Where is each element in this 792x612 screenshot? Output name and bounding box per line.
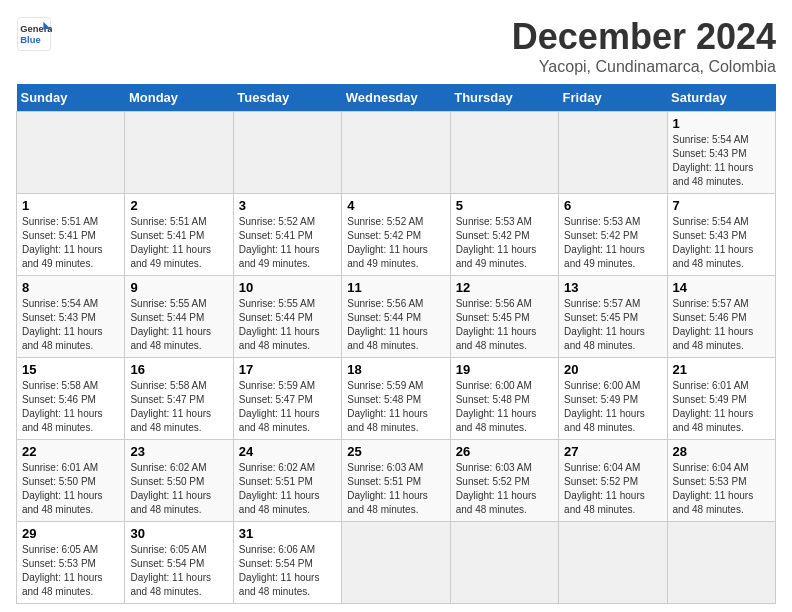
column-header-sunday: Sunday — [17, 84, 125, 112]
day-number: 15 — [22, 362, 119, 377]
calendar-cell: 22Sunrise: 6:01 AMSunset: 5:50 PMDayligh… — [17, 440, 125, 522]
calendar-cell: 12Sunrise: 5:56 AMSunset: 5:45 PMDayligh… — [450, 276, 558, 358]
day-info: Sunrise: 6:01 AMSunset: 5:50 PMDaylight:… — [22, 461, 119, 517]
day-number: 30 — [130, 526, 227, 541]
calendar-cell — [667, 522, 775, 604]
calendar-cell: 29Sunrise: 6:05 AMSunset: 5:53 PMDayligh… — [17, 522, 125, 604]
calendar-cell: 10Sunrise: 5:55 AMSunset: 5:44 PMDayligh… — [233, 276, 341, 358]
day-info: Sunrise: 5:54 AMSunset: 5:43 PMDaylight:… — [673, 133, 770, 189]
calendar-cell: 9Sunrise: 5:55 AMSunset: 5:44 PMDaylight… — [125, 276, 233, 358]
calendar-cell: 1Sunrise: 5:51 AMSunset: 5:41 PMDaylight… — [17, 194, 125, 276]
day-number: 3 — [239, 198, 336, 213]
day-number: 20 — [564, 362, 661, 377]
day-number: 6 — [564, 198, 661, 213]
day-number: 18 — [347, 362, 444, 377]
day-number: 14 — [673, 280, 770, 295]
day-info: Sunrise: 5:55 AMSunset: 5:44 PMDaylight:… — [130, 297, 227, 353]
day-number: 9 — [130, 280, 227, 295]
day-info: Sunrise: 5:57 AMSunset: 5:45 PMDaylight:… — [564, 297, 661, 353]
day-number: 1 — [673, 116, 770, 131]
calendar-cell — [125, 112, 233, 194]
calendar-cell — [559, 522, 667, 604]
day-info: Sunrise: 5:52 AMSunset: 5:41 PMDaylight:… — [239, 215, 336, 271]
day-number: 17 — [239, 362, 336, 377]
day-info: Sunrise: 5:56 AMSunset: 5:44 PMDaylight:… — [347, 297, 444, 353]
calendar-cell — [342, 112, 450, 194]
day-info: Sunrise: 5:53 AMSunset: 5:42 PMDaylight:… — [564, 215, 661, 271]
calendar-week-row: 1Sunrise: 5:51 AMSunset: 5:41 PMDaylight… — [17, 194, 776, 276]
day-number: 13 — [564, 280, 661, 295]
day-info: Sunrise: 6:01 AMSunset: 5:49 PMDaylight:… — [673, 379, 770, 435]
day-info: Sunrise: 6:06 AMSunset: 5:54 PMDaylight:… — [239, 543, 336, 599]
day-number: 10 — [239, 280, 336, 295]
column-header-saturday: Saturday — [667, 84, 775, 112]
calendar-week-row: 15Sunrise: 5:58 AMSunset: 5:46 PMDayligh… — [17, 358, 776, 440]
day-number: 22 — [22, 444, 119, 459]
day-info: Sunrise: 5:57 AMSunset: 5:46 PMDaylight:… — [673, 297, 770, 353]
calendar-week-row: 8Sunrise: 5:54 AMSunset: 5:43 PMDaylight… — [17, 276, 776, 358]
day-number: 28 — [673, 444, 770, 459]
column-header-monday: Monday — [125, 84, 233, 112]
day-info: Sunrise: 5:58 AMSunset: 5:46 PMDaylight:… — [22, 379, 119, 435]
svg-rect-0 — [17, 17, 50, 50]
calendar-cell: 7Sunrise: 5:54 AMSunset: 5:43 PMDaylight… — [667, 194, 775, 276]
svg-text:Blue: Blue — [20, 35, 40, 45]
calendar-cell: 27Sunrise: 6:04 AMSunset: 5:52 PMDayligh… — [559, 440, 667, 522]
day-number: 7 — [673, 198, 770, 213]
day-number: 16 — [130, 362, 227, 377]
calendar-cell: 11Sunrise: 5:56 AMSunset: 5:44 PMDayligh… — [342, 276, 450, 358]
day-number: 2 — [130, 198, 227, 213]
calendar-cell: 28Sunrise: 6:04 AMSunset: 5:53 PMDayligh… — [667, 440, 775, 522]
day-number: 31 — [239, 526, 336, 541]
logo-icon: General Blue — [16, 16, 52, 52]
calendar-cell — [17, 112, 125, 194]
calendar-cell: 18Sunrise: 5:59 AMSunset: 5:48 PMDayligh… — [342, 358, 450, 440]
day-info: Sunrise: 5:55 AMSunset: 5:44 PMDaylight:… — [239, 297, 336, 353]
day-number: 24 — [239, 444, 336, 459]
day-number: 26 — [456, 444, 553, 459]
calendar-cell: 25Sunrise: 6:03 AMSunset: 5:51 PMDayligh… — [342, 440, 450, 522]
day-number: 12 — [456, 280, 553, 295]
calendar-cell: 5Sunrise: 5:53 AMSunset: 5:42 PMDaylight… — [450, 194, 558, 276]
calendar-cell: 20Sunrise: 6:00 AMSunset: 5:49 PMDayligh… — [559, 358, 667, 440]
page-header: General Blue December 2024 Yacopi, Cundi… — [16, 16, 776, 76]
calendar-cell: 4Sunrise: 5:52 AMSunset: 5:42 PMDaylight… — [342, 194, 450, 276]
day-info: Sunrise: 6:00 AMSunset: 5:49 PMDaylight:… — [564, 379, 661, 435]
calendar-cell: 16Sunrise: 5:58 AMSunset: 5:47 PMDayligh… — [125, 358, 233, 440]
calendar-week-row: 29Sunrise: 6:05 AMSunset: 5:53 PMDayligh… — [17, 522, 776, 604]
calendar-cell: 23Sunrise: 6:02 AMSunset: 5:50 PMDayligh… — [125, 440, 233, 522]
title-block: December 2024 Yacopi, Cundinamarca, Colo… — [512, 16, 776, 76]
calendar-cell: 6Sunrise: 5:53 AMSunset: 5:42 PMDaylight… — [559, 194, 667, 276]
day-info: Sunrise: 6:03 AMSunset: 5:51 PMDaylight:… — [347, 461, 444, 517]
day-info: Sunrise: 5:54 AMSunset: 5:43 PMDaylight:… — [22, 297, 119, 353]
day-info: Sunrise: 5:58 AMSunset: 5:47 PMDaylight:… — [130, 379, 227, 435]
calendar-cell: 24Sunrise: 6:02 AMSunset: 5:51 PMDayligh… — [233, 440, 341, 522]
calendar-cell: 14Sunrise: 5:57 AMSunset: 5:46 PMDayligh… — [667, 276, 775, 358]
calendar-cell: 21Sunrise: 6:01 AMSunset: 5:49 PMDayligh… — [667, 358, 775, 440]
day-info: Sunrise: 6:02 AMSunset: 5:50 PMDaylight:… — [130, 461, 227, 517]
calendar-subtitle: Yacopi, Cundinamarca, Colombia — [512, 58, 776, 76]
column-header-friday: Friday — [559, 84, 667, 112]
day-info: Sunrise: 6:00 AMSunset: 5:48 PMDaylight:… — [456, 379, 553, 435]
day-number: 25 — [347, 444, 444, 459]
day-info: Sunrise: 6:04 AMSunset: 5:52 PMDaylight:… — [564, 461, 661, 517]
day-info: Sunrise: 5:56 AMSunset: 5:45 PMDaylight:… — [456, 297, 553, 353]
calendar-cell: 15Sunrise: 5:58 AMSunset: 5:46 PMDayligh… — [17, 358, 125, 440]
day-info: Sunrise: 6:05 AMSunset: 5:53 PMDaylight:… — [22, 543, 119, 599]
calendar-cell: 2Sunrise: 5:51 AMSunset: 5:41 PMDaylight… — [125, 194, 233, 276]
day-number: 5 — [456, 198, 553, 213]
day-number: 29 — [22, 526, 119, 541]
calendar-cell — [233, 112, 341, 194]
calendar-cell: 8Sunrise: 5:54 AMSunset: 5:43 PMDaylight… — [17, 276, 125, 358]
day-info: Sunrise: 5:53 AMSunset: 5:42 PMDaylight:… — [456, 215, 553, 271]
calendar-cell — [559, 112, 667, 194]
calendar-cell — [342, 522, 450, 604]
calendar-cell: 13Sunrise: 5:57 AMSunset: 5:45 PMDayligh… — [559, 276, 667, 358]
calendar-cell: 17Sunrise: 5:59 AMSunset: 5:47 PMDayligh… — [233, 358, 341, 440]
calendar-cell: 31Sunrise: 6:06 AMSunset: 5:54 PMDayligh… — [233, 522, 341, 604]
column-header-thursday: Thursday — [450, 84, 558, 112]
calendar-cell: 26Sunrise: 6:03 AMSunset: 5:52 PMDayligh… — [450, 440, 558, 522]
calendar-cell: 30Sunrise: 6:05 AMSunset: 5:54 PMDayligh… — [125, 522, 233, 604]
calendar-table: SundayMondayTuesdayWednesdayThursdayFrid… — [16, 84, 776, 604]
day-info: Sunrise: 5:52 AMSunset: 5:42 PMDaylight:… — [347, 215, 444, 271]
